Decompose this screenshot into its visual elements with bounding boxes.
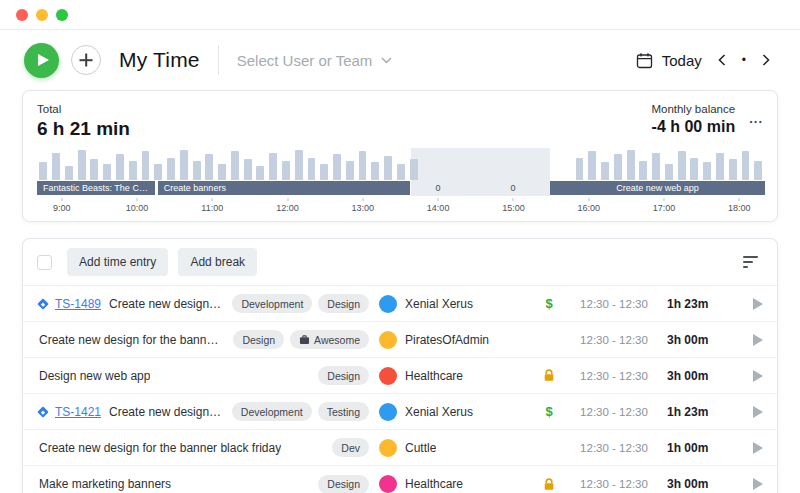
entry-client-cell: PiratesOfAdmin xyxy=(379,331,527,349)
activity-bar xyxy=(665,164,673,180)
entry-billing-cell: $ xyxy=(537,296,561,311)
client-avatar xyxy=(379,331,397,349)
traffic-light-minimize[interactable] xyxy=(36,9,48,21)
bar-slot xyxy=(714,148,727,180)
bar-slot xyxy=(267,148,280,180)
axis-tick xyxy=(588,198,589,201)
chevron-down-icon xyxy=(381,57,392,64)
client-name: Xenial Xerus xyxy=(405,297,473,311)
start-timer-row-button[interactable] xyxy=(753,334,763,346)
tag-label: Design xyxy=(327,298,360,310)
entry-title-cell: Create new design for the banner black f… xyxy=(39,441,322,455)
bar-slot xyxy=(165,148,178,180)
activity-bar xyxy=(703,162,711,180)
axis-tick xyxy=(212,198,213,201)
time-entry-row[interactable]: Create new design for the banner black f… xyxy=(23,322,777,358)
user-team-selector[interactable]: Select User or Team xyxy=(237,52,393,69)
bar-slot xyxy=(573,148,586,180)
axis-label: 14:00 xyxy=(427,203,450,213)
activity-bar xyxy=(282,161,290,180)
entry-title-cell: Design new web app xyxy=(39,369,308,383)
entries-list: TS-1489 Create new design for the time e… xyxy=(23,286,777,493)
bar-slot xyxy=(739,148,752,180)
time-entry-row[interactable]: Make marketing banners Design Healthcare… xyxy=(23,466,777,493)
select-all-checkbox[interactable] xyxy=(37,255,52,270)
add-break-button[interactable]: Add break xyxy=(178,248,257,276)
today-dot[interactable]: • xyxy=(742,54,746,66)
bar-slot xyxy=(535,148,548,180)
entry-time-range: 12:30 - 12:30 xyxy=(571,406,657,418)
axis-label: 12:00 xyxy=(276,203,299,213)
summary-menu-button[interactable]: ... xyxy=(747,109,765,134)
tag-pill: Design xyxy=(318,366,369,385)
bar-slot xyxy=(688,148,701,180)
entry-billing-cell: $ xyxy=(537,404,561,419)
briefcase-icon xyxy=(299,335,310,345)
entry-title: Create new design for the banner black f… xyxy=(39,441,281,455)
bar-slot xyxy=(37,148,50,180)
add-entry-quick-button[interactable] xyxy=(71,45,101,75)
bar-slot xyxy=(241,148,254,180)
entry-time-range: 12:30 - 12:30 xyxy=(571,478,657,490)
activity-bar xyxy=(639,161,647,180)
start-timer-row-button[interactable] xyxy=(753,370,763,382)
prev-day-button[interactable] xyxy=(712,50,732,70)
timeline-band[interactable]: Create banners xyxy=(158,181,411,195)
sort-button[interactable] xyxy=(738,248,763,276)
start-timer-main-button[interactable] xyxy=(24,43,59,78)
start-timer-row-button[interactable] xyxy=(753,478,763,490)
sort-line xyxy=(743,261,753,263)
tag-label: Design xyxy=(327,478,360,490)
traffic-light-close[interactable] xyxy=(16,9,28,21)
bar-slot xyxy=(394,148,407,180)
bar-slot xyxy=(75,148,88,180)
add-time-entry-button[interactable]: Add time entry xyxy=(67,248,168,276)
entry-title-cell: TS-1489 Create new design for the time e… xyxy=(39,297,222,311)
tag-pill: Testing xyxy=(318,402,369,421)
tag-pill: Design xyxy=(318,294,369,313)
activity-bar xyxy=(729,159,737,180)
tag-pill: Design xyxy=(318,475,369,493)
start-timer-row-button[interactable] xyxy=(753,298,763,310)
zero-hours-label: 0 xyxy=(436,183,441,193)
activity-bar xyxy=(103,164,111,180)
axis-tick xyxy=(739,198,740,201)
entry-title-cell: Create new design for the banner black f… xyxy=(39,333,223,347)
task-id-link[interactable]: TS-1489 xyxy=(55,297,101,311)
bar-slot xyxy=(484,148,497,180)
axis-label: 9:00 xyxy=(53,203,71,213)
total-value: 6 h 21 min xyxy=(37,118,130,140)
task-id-link[interactable]: TS-1421 xyxy=(55,405,101,419)
entry-tags: DesignAwesome xyxy=(233,330,369,349)
activity-bar xyxy=(601,162,609,180)
entry-time-range: 12:30 - 12:30 xyxy=(571,370,657,382)
window-titlebar xyxy=(0,0,800,30)
next-day-button[interactable] xyxy=(756,50,776,70)
bar-slot xyxy=(63,148,76,180)
entry-tags: Design xyxy=(318,366,369,385)
activity-chart: Fantastic Beasts: The Crimes...Create ba… xyxy=(37,148,765,215)
axis-label: 17:00 xyxy=(653,203,676,213)
entry-duration: 1h 23m xyxy=(667,297,727,311)
bar-slot xyxy=(458,148,471,180)
time-entry-row[interactable]: TS-1489 Create new design for the time e… xyxy=(23,286,777,322)
tag-label: Design xyxy=(242,334,275,346)
axis-tick xyxy=(61,198,62,201)
time-entry-row[interactable]: Create new design for the banner black f… xyxy=(23,430,777,466)
client-name: Healthcare xyxy=(405,369,463,383)
tag-label: Awesome xyxy=(314,334,360,346)
activity-bar xyxy=(78,150,86,180)
start-timer-row-button[interactable] xyxy=(753,406,763,418)
start-timer-row-button[interactable] xyxy=(753,442,763,454)
bar-slot xyxy=(471,148,484,180)
date-picker-button[interactable]: Today xyxy=(636,52,702,69)
time-entry-row[interactable]: TS-1421 Create new design for the time e… xyxy=(23,394,777,430)
timeline-band[interactable]: Fantastic Beasts: The Crimes... xyxy=(37,181,155,195)
timeline-band[interactable]: Create new web app xyxy=(550,181,765,195)
bar-slot xyxy=(382,148,395,180)
activity-bar xyxy=(384,156,392,180)
time-entry-row[interactable]: Design new web app Design Healthcare 12:… xyxy=(23,358,777,394)
traffic-light-zoom[interactable] xyxy=(56,9,68,21)
activity-bar xyxy=(371,162,379,180)
activity-bar xyxy=(129,161,137,180)
